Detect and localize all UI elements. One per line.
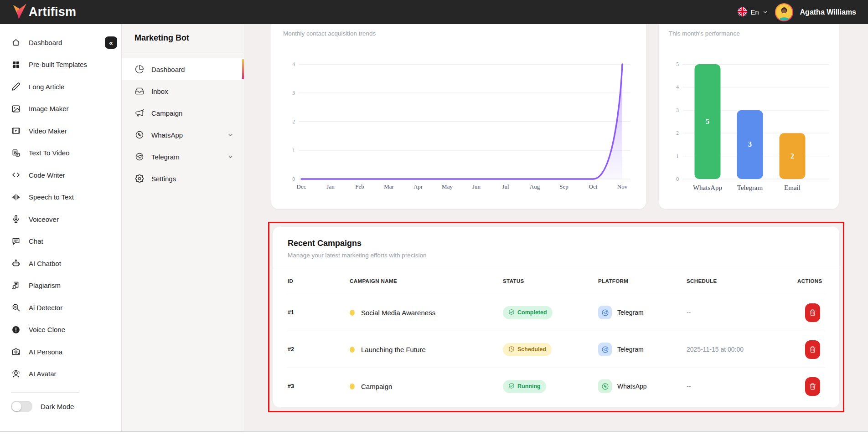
check-circle-icon [508, 309, 515, 317]
svg-text:Aug: Aug [530, 183, 540, 190]
top-header: Artifism En [0, 0, 868, 24]
sidebar-item-video-maker[interactable]: Video Maker [0, 120, 121, 142]
svg-text:4: 4 [676, 84, 679, 90]
clock-icon [508, 346, 515, 353]
campaigns-subtitle: Manage your latest marketing efforts wit… [288, 252, 825, 259]
status-badge: Scheduled [503, 343, 552, 356]
sidebar-item-long-article[interactable]: Long Article [0, 76, 121, 98]
column-header-campaign-name: CAMPAIGN NAME [350, 278, 503, 284]
sidebar-item-label: AI Chatbot [29, 260, 61, 267]
megaphone-icon [134, 108, 145, 118]
sidebar-item-dashboard[interactable]: Dashboard [0, 31, 121, 54]
charts-row: Monthly contact acquisition trends 01234… [271, 24, 868, 209]
active-item-accent [242, 59, 244, 79]
waveform-icon [11, 193, 21, 202]
sidebar-item-label: Voice Clone [29, 326, 65, 333]
sidebar-item-voice-clone[interactable]: Voice Clone [0, 319, 121, 341]
sidebar-item-voiceover[interactable]: Voiceover [0, 208, 121, 230]
delete-button[interactable] [805, 303, 820, 322]
line-chart-card: Monthly contact acquisition trends 01234… [271, 24, 646, 209]
delete-button[interactable] [805, 377, 820, 396]
chevron-down-icon [762, 9, 768, 15]
actions-cell [805, 303, 825, 322]
submenu-nav: DashboardInboxCampaignWhatsAppTelegramSe… [122, 52, 244, 189]
recent-campaigns-card: Recent Campaigns Manage your latest mark… [273, 227, 839, 407]
sidebar-item-ai-avatar[interactable]: AI Avatar [0, 363, 121, 385]
whatsapp-icon [134, 130, 145, 139]
schedule-cell: -- [687, 309, 797, 316]
sidebar-item-speech-to-text[interactable]: Speech to Text [0, 186, 121, 209]
svg-text:1: 1 [676, 154, 679, 159]
dark-mode-row: Dark Mode [0, 393, 121, 420]
sidebar-nav: DashboardPre-built TemplatesLong Article… [0, 31, 121, 385]
artifism-logo-icon [12, 3, 27, 22]
campaign-dot-icon [350, 347, 355, 353]
submenu-item-dashboard[interactable]: Dashboard [122, 58, 244, 80]
submenu-item-whatsapp[interactable]: WhatsApp [122, 124, 244, 146]
submenu-item-inbox[interactable]: Inbox [122, 80, 244, 102]
svg-text:2: 2 [676, 130, 679, 136]
bar-chart: 0123455WhatsApp3Telegram2Email [669, 46, 829, 198]
language-selector[interactable]: En [738, 7, 768, 18]
sidebar-item-text-to-video[interactable]: Text To Video [0, 142, 121, 164]
submenu-item-settings[interactable]: Settings [122, 168, 244, 189]
campaign-name-cell: Social Media Awareness [350, 309, 503, 317]
sidebar-item-chat[interactable]: Chat [0, 230, 121, 253]
svg-text:Dec: Dec [297, 183, 306, 190]
sidebar-item-label: Chat [29, 237, 43, 245]
camera-star-icon [11, 347, 21, 356]
pen-icon [11, 82, 21, 91]
pie-chart-icon [134, 65, 145, 74]
sidebar-collapse-button[interactable]: « [105, 36, 117, 49]
svg-text:Jan: Jan [326, 183, 335, 190]
status-label: Scheduled [517, 346, 546, 353]
telegram-icon [598, 306, 612, 319]
sidebar-item-image-maker[interactable]: Image Maker [0, 98, 121, 120]
marketing-bot-sidebar: Marketing Bot DashboardInboxCampaignWhat… [122, 24, 244, 435]
campaign-name-cell: Launching the Future [350, 346, 503, 353]
sidebar-item-label: Ai Detector [29, 304, 62, 312]
image-icon [11, 104, 21, 113]
sidebar-item-label: Video Maker [29, 127, 67, 135]
submenu-item-campaign[interactable]: Campaign [122, 102, 244, 124]
platform-label: WhatsApp [617, 383, 647, 390]
chevron-down-icon [227, 154, 234, 160]
sidebar-item-plagiarism[interactable]: Plagiarism [0, 275, 121, 297]
templates-icon [11, 60, 21, 69]
schedule-cell: -- [687, 383, 797, 390]
dark-mode-label: Dark Mode [41, 403, 74, 410]
page-bottom-strip [0, 431, 868, 435]
check-circle-icon [508, 383, 515, 390]
svg-text:3: 3 [292, 90, 295, 96]
sidebar-item-label: Dashboard [29, 39, 62, 46]
sidebar-item-code-writer[interactable]: Code Writer [0, 164, 121, 186]
submenu-title: Marketing Bot [122, 24, 244, 52]
actions-cell [805, 377, 825, 396]
svg-text:5: 5 [706, 118, 709, 125]
row-id: #1 [288, 309, 350, 316]
svg-text:Email: Email [784, 184, 801, 191]
delete-button[interactable] [805, 340, 820, 359]
sidebar-item-label: Plagiarism [29, 281, 61, 289]
svg-text:3: 3 [676, 107, 679, 113]
platform-cell: Telegram [598, 306, 687, 319]
sidebar-item-label: Text To Video [29, 149, 70, 157]
status-cell: Completed [503, 306, 598, 319]
dark-mode-toggle[interactable] [11, 401, 32, 412]
svg-text:Oct: Oct [589, 183, 598, 190]
sidebar-item-label: Image Maker [29, 105, 69, 113]
sidebar-item-ai-detector[interactable]: Ai Detector [0, 297, 121, 319]
sidebar-item-ai-persona[interactable]: AI Persona [0, 341, 121, 363]
whatsapp-icon [598, 379, 612, 393]
sidebar-item-pre-built-templates[interactable]: Pre-built Templates [0, 54, 121, 76]
platform-label: Telegram [617, 346, 644, 353]
brand-logo[interactable]: Artifism [12, 3, 76, 22]
svg-text:0: 0 [676, 176, 679, 182]
sidebar-item-ai-chatbot[interactable]: AI Chatbot [0, 252, 121, 275]
video-icon [11, 126, 21, 135]
campaign-dot-icon [350, 310, 355, 316]
svg-text:Apr: Apr [413, 183, 423, 190]
row-id: #3 [288, 383, 350, 389]
user-avatar[interactable] [775, 3, 793, 21]
submenu-item-telegram[interactable]: Telegram [122, 146, 244, 168]
